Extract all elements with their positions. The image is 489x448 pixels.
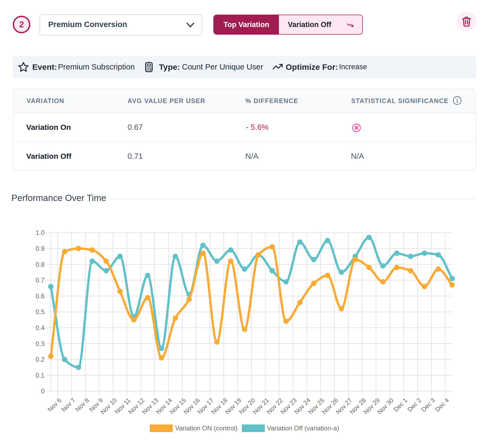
svg-text:0.4: 0.4: [35, 324, 44, 331]
svg-text:Dec 2: Dec 2: [406, 397, 423, 413]
svg-text:1.0: 1.0: [35, 229, 44, 236]
svg-text:Dec 1: Dec 1: [392, 397, 409, 413]
svg-text:Nov 8: Nov 8: [74, 397, 90, 413]
svg-text:0: 0: [41, 387, 44, 395]
svg-text:Dec 4: Dec 4: [434, 397, 450, 413]
svg-text:0.8: 0.8: [35, 261, 44, 268]
svg-text:0.7: 0.7: [35, 276, 44, 284]
svg-text:0.1: 0.1: [35, 372, 44, 379]
svg-text:0.3: 0.3: [35, 340, 44, 347]
svg-text:0.6: 0.6: [35, 292, 44, 300]
svg-text:Dec 3: Dec 3: [420, 397, 436, 413]
svg-text:0.9: 0.9: [35, 245, 44, 252]
svg-text:Nov 7: Nov 7: [60, 397, 77, 413]
svg-text:0.2: 0.2: [35, 356, 44, 363]
svg-text:0.5: 0.5: [35, 308, 44, 315]
svg-text:Nov 6: Nov 6: [46, 397, 63, 413]
